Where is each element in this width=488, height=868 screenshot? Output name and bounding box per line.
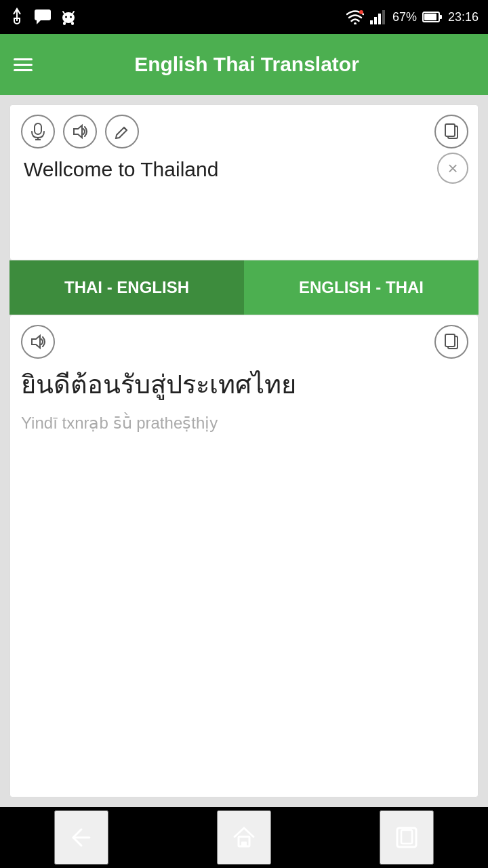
svg-rect-12 bbox=[374, 17, 377, 24]
input-text: Wellcome to Thailand bbox=[21, 158, 467, 181]
svg-rect-14 bbox=[382, 10, 385, 24]
clear-button[interactable]: × bbox=[437, 153, 468, 184]
svg-point-4 bbox=[70, 16, 72, 18]
recent-icon bbox=[394, 825, 420, 850]
output-copy-button[interactable] bbox=[434, 325, 468, 359]
speaker-icon bbox=[72, 123, 88, 140]
hamburger-line-2 bbox=[14, 64, 33, 66]
hamburger-line-3 bbox=[14, 69, 33, 71]
output-speaker-icon bbox=[30, 334, 46, 350]
svg-marker-21 bbox=[74, 125, 82, 138]
back-button[interactable] bbox=[54, 810, 108, 865]
usb-icon bbox=[9, 7, 24, 26]
svg-marker-1 bbox=[37, 20, 41, 24]
android-icon bbox=[61, 8, 76, 26]
thai-english-button[interactable]: THAI - ENGLISH bbox=[9, 260, 244, 315]
input-card: Wellcome to Thailand × bbox=[9, 104, 479, 260]
output-icons-row bbox=[21, 325, 467, 359]
status-bar: 67% 23:16 bbox=[0, 0, 488, 34]
back-icon bbox=[68, 825, 95, 850]
svg-point-3 bbox=[65, 16, 67, 18]
input-icons-row bbox=[21, 115, 467, 149]
output-thai-text: ยินดีต้อนรับสู่ประเทศไทย bbox=[21, 368, 467, 401]
svg-marker-25 bbox=[32, 336, 40, 348]
hamburger-line-1 bbox=[14, 58, 33, 60]
status-bar-right: 67% 23:16 bbox=[346, 9, 479, 24]
svg-line-6 bbox=[73, 12, 74, 14]
svg-rect-31 bbox=[401, 830, 412, 844]
svg-rect-17 bbox=[439, 15, 442, 19]
svg-rect-18 bbox=[35, 123, 41, 134]
svg-rect-16 bbox=[424, 14, 436, 20]
wifi-icon bbox=[346, 9, 364, 24]
svg-rect-24 bbox=[445, 124, 455, 136]
copy-icon bbox=[444, 123, 459, 140]
status-bar-left bbox=[9, 7, 76, 26]
nav-bar bbox=[0, 807, 488, 868]
battery-icon bbox=[422, 11, 443, 23]
input-copy-button[interactable] bbox=[434, 115, 468, 149]
svg-point-9 bbox=[354, 22, 357, 24]
english-thai-button[interactable]: ENGLISH - THAI bbox=[244, 260, 479, 315]
svg-rect-27 bbox=[445, 334, 455, 347]
app-bar: English Thai Translator bbox=[0, 34, 488, 95]
svg-rect-0 bbox=[35, 9, 51, 20]
svg-line-5 bbox=[63, 12, 64, 14]
input-speaker-button[interactable] bbox=[63, 115, 97, 149]
menu-button[interactable] bbox=[14, 58, 33, 71]
signal-icon bbox=[369, 9, 387, 24]
output-copy-icon bbox=[444, 334, 459, 350]
chat-icon bbox=[34, 9, 52, 25]
clear-icon: × bbox=[447, 158, 458, 179]
app-title: English Thai Translator bbox=[49, 53, 445, 76]
edit-icon bbox=[115, 124, 129, 139]
output-speaker-button[interactable] bbox=[21, 325, 55, 359]
mic-icon bbox=[30, 123, 45, 140]
language-toggle: THAI - ENGLISH ENGLISH - THAI bbox=[9, 260, 479, 315]
svg-rect-29 bbox=[241, 842, 247, 846]
svg-rect-8 bbox=[71, 22, 74, 25]
svg-line-22 bbox=[124, 127, 127, 130]
svg-rect-11 bbox=[370, 20, 373, 24]
edit-button[interactable] bbox=[105, 115, 139, 149]
recent-button[interactable] bbox=[380, 810, 434, 865]
output-romanized-text: Yindī txnrạb s̄ū̀ pratheṣ̄thịy bbox=[21, 414, 467, 433]
mic-button[interactable] bbox=[21, 115, 55, 149]
battery-text: 67% bbox=[392, 10, 417, 24]
home-button[interactable] bbox=[217, 810, 271, 865]
svg-point-10 bbox=[359, 10, 363, 14]
svg-rect-7 bbox=[63, 22, 66, 25]
time-text: 23:16 bbox=[448, 10, 479, 24]
svg-rect-13 bbox=[378, 14, 381, 24]
output-card: ยินดีต้อนรับสู่ประเทศไทย Yindī txnrạb s̄… bbox=[9, 315, 479, 797]
home-icon bbox=[231, 825, 257, 850]
